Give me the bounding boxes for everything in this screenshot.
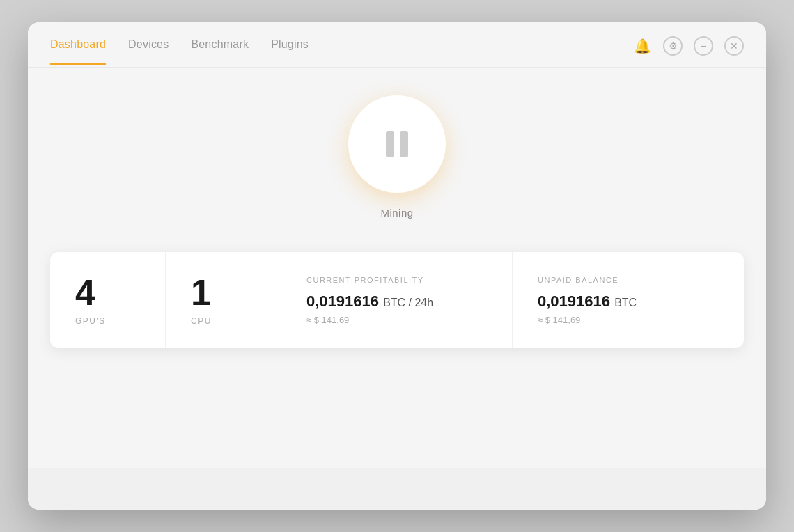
gpu-label: GPU'S xyxy=(75,316,106,326)
pause-icon xyxy=(386,131,408,157)
profitability-value: 0,0191616 BTC / 24h xyxy=(306,292,433,311)
profitability-usd: ≈ $ 141,69 xyxy=(306,315,349,325)
profitability-card: CURRENT PROFITABILITY 0,0191616 BTC / 24… xyxy=(281,252,513,348)
nav-tabs: Dashboard Devices Benchmark Plugins xyxy=(50,38,309,65)
title-bar: Dashboard Devices Benchmark Plugins 🔔 ⚙ … xyxy=(28,22,766,68)
mining-button-container: Mining xyxy=(348,95,446,219)
gpu-stat-card: 4 GPU'S xyxy=(50,252,166,348)
window-controls: 🔔 ⚙ − ✕ xyxy=(632,36,744,67)
tab-plugins[interactable]: Plugins xyxy=(271,38,309,65)
minimize-icon[interactable]: − xyxy=(694,36,713,56)
tab-benchmark[interactable]: Benchmark xyxy=(191,38,249,65)
cpu-label: CPU xyxy=(191,316,212,326)
unpaid-balance-unit: BTC xyxy=(614,297,637,308)
tab-dashboard[interactable]: Dashboard xyxy=(50,38,106,65)
stats-grid: 4 GPU'S 1 CPU CURRENT PROFITABILITY 0,01… xyxy=(50,252,744,348)
bottom-bar xyxy=(28,468,766,510)
close-icon[interactable]: ✕ xyxy=(724,36,744,56)
unpaid-balance-value: 0,0191616 BTC xyxy=(538,292,637,311)
app-window: Dashboard Devices Benchmark Plugins 🔔 ⚙ … xyxy=(28,22,766,510)
profitability-title: CURRENT PROFITABILITY xyxy=(306,276,424,284)
pause-bar-right xyxy=(400,131,408,157)
tab-devices[interactable]: Devices xyxy=(128,38,169,65)
unpaid-balance-title: UNPAID BALANCE xyxy=(538,276,618,284)
mining-toggle-button[interactable] xyxy=(348,95,446,193)
cpu-stat-card: 1 CPU xyxy=(166,252,281,348)
mining-status-label: Mining xyxy=(380,207,413,219)
unpaid-balance-card: UNPAID BALANCE 0,0191616 BTC ≈ $ 141,69 xyxy=(513,252,744,348)
pause-bar-left xyxy=(386,131,394,157)
notifications-icon[interactable]: 🔔 xyxy=(632,36,652,56)
cpu-count: 1 xyxy=(191,274,211,311)
settings-icon[interactable]: ⚙ xyxy=(663,36,683,56)
profitability-unit: BTC / 24h xyxy=(383,297,433,308)
main-content: Mining 4 GPU'S 1 CPU CURRENT PROFITABILI… xyxy=(28,68,766,468)
gpu-count: 4 xyxy=(75,274,95,311)
unpaid-balance-usd: ≈ $ 141,69 xyxy=(538,315,580,325)
